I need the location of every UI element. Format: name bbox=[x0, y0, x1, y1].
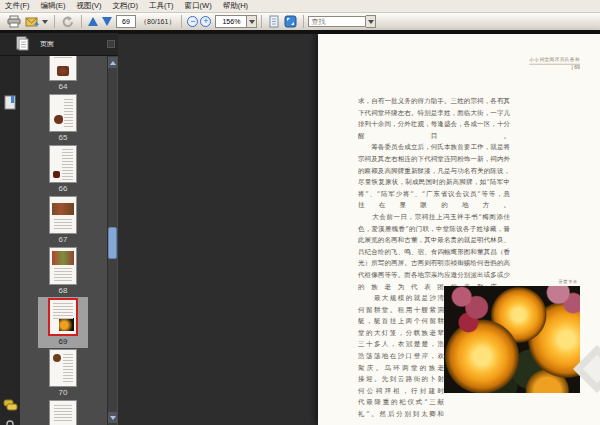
body-text-line: 三十多人，衣冠楚楚，浩 bbox=[358, 339, 444, 351]
zoom-out-icon[interactable]: − bbox=[187, 16, 198, 27]
menu-item[interactable]: 窗口(W) bbox=[185, 1, 212, 11]
menu-item[interactable]: 帮助(H) bbox=[223, 1, 248, 11]
page-thumbnail[interactable]: 69 bbox=[38, 297, 88, 348]
body-text-line: 尽量恢复原状，制成民国时的新高脚牌，如“陆军中 bbox=[358, 177, 510, 189]
body-text-line: 浩荡荡地在沙口登岸，欢 bbox=[358, 351, 444, 363]
zoom-level-value[interactable]: 156% bbox=[215, 15, 247, 28]
find-input[interactable] bbox=[308, 16, 366, 27]
body-text-line: 筹备委员会成立后，何氏本族首要工作，就是将 bbox=[358, 142, 510, 154]
body-text-line: 艇，艇首挂上两个何留耕 bbox=[358, 316, 444, 328]
thumbnail-page-number: 67 bbox=[59, 234, 68, 246]
menu-item[interactable]: 文档(D) bbox=[113, 1, 138, 11]
thumbnail-photo-blob bbox=[52, 251, 74, 265]
body-text-line: 挂在显眼的地方。 bbox=[358, 200, 510, 212]
body-text-line: 最大规模的就是沙湾 bbox=[358, 293, 444, 305]
thumbnail-preview[interactable] bbox=[48, 298, 78, 336]
page-thumbnail[interactable]: 66 bbox=[38, 144, 88, 195]
thumbnail-page-number: 70 bbox=[59, 387, 68, 399]
find-dropdown-icon[interactable] bbox=[366, 15, 376, 28]
pages-thumbnail-panel: 64 65 66 bbox=[20, 55, 118, 425]
thumbnail-scrollbar[interactable] bbox=[107, 55, 117, 425]
page-thumbnail[interactable]: 65 bbox=[38, 93, 88, 144]
body-text-line: 下代祠堂环绕左右。特别是李姓，面临大街，一字儿 bbox=[358, 108, 510, 120]
thumbnail-text-lines bbox=[54, 219, 72, 231]
body-text-line: 吕纪合绘的飞、鸣、宿、食四幅鹰形图和董其昌（香 bbox=[358, 247, 510, 259]
panel-title: 页面 bbox=[40, 39, 54, 49]
page-number-input[interactable] bbox=[116, 15, 136, 28]
page-thumbnail[interactable]: 70 bbox=[38, 348, 88, 399]
thumbnail-photo-blob bbox=[53, 171, 60, 178]
page-thumbnail[interactable]: 64 bbox=[38, 55, 88, 93]
body-text-line: 堂的大灯笼，分载族老辈 bbox=[358, 328, 444, 340]
body-text-line: 何留耕堂。租用十艘紫洞 bbox=[358, 305, 444, 317]
body-text-line: 醒目。 bbox=[358, 131, 510, 143]
body-text-line: 此展览的名画和古董，其中最名贵的就是明代林良、 bbox=[358, 235, 510, 247]
comments-icon[interactable] bbox=[3, 399, 18, 417]
thumbnail-preview[interactable] bbox=[49, 145, 77, 183]
thumbnail-photo-blob bbox=[54, 115, 63, 124]
thumbnail-preview[interactable] bbox=[49, 400, 77, 425]
navigation-tab-strip bbox=[0, 55, 20, 425]
previous-view-icon[interactable] bbox=[59, 14, 77, 29]
menu-item[interactable]: 文件(F) bbox=[5, 1, 30, 11]
page-thumbnail[interactable]: 71 bbox=[38, 399, 88, 425]
body-text-line: 求，自有一批义务的得力助手。三姓的宗祠，各有其 bbox=[358, 96, 510, 108]
scroll-up-icon[interactable] bbox=[108, 57, 117, 68]
print-icon[interactable] bbox=[5, 14, 23, 29]
document-page: 小小祠堂阅尽百氏春秋 | 69 求，自有一批义务的得力助手。三姓的宗祠，各有其下… bbox=[318, 34, 600, 425]
thumbnail-preview[interactable] bbox=[49, 94, 77, 132]
thumbnail-page-number: 65 bbox=[59, 132, 68, 144]
page-thumbnail[interactable]: 67 bbox=[38, 195, 88, 246]
thumbnail-list: 64 65 66 bbox=[20, 55, 106, 425]
running-head: 小小祠堂阅尽百氏春秋 bbox=[529, 56, 580, 65]
menu-item[interactable]: 工具(T) bbox=[149, 1, 174, 11]
thumbnail-text-lines bbox=[53, 303, 73, 320]
scroll-down-icon[interactable] bbox=[108, 412, 117, 423]
thumbnail-photo-blob bbox=[52, 203, 74, 215]
body-text-column: 求，自有一批义务的得力助手。三姓的宗祠，各有其下代祠堂环绕左右。特别是李姓，面临… bbox=[358, 96, 510, 293]
thumbnail-page-number: 69 bbox=[59, 336, 68, 348]
menu-item[interactable]: 视图(V) bbox=[77, 1, 102, 11]
thumbnail-page-number: 66 bbox=[59, 183, 68, 195]
email-icon[interactable] bbox=[23, 14, 50, 29]
panel-options-button[interactable] bbox=[107, 40, 115, 48]
thumbnail-preview[interactable] bbox=[49, 247, 77, 285]
pages-icon[interactable] bbox=[16, 36, 29, 55]
body-text-line: 聚庆。乌环两堂的族老 bbox=[358, 363, 444, 375]
thumbnail-text-lines bbox=[63, 354, 73, 384]
document-workspace: 小小祠堂阅尽百氏春秋 | 69 求，自有一批义务的得力助手。三姓的宗祠，各有其下… bbox=[0, 34, 600, 425]
body-text-line: 的匾额及高脚牌重新髹漆，凡是与功名有关的陈设， bbox=[358, 166, 510, 178]
body-text-line: 光）所写的画屏。古画则有明崇祯御赐给何吾驺的高 bbox=[358, 258, 510, 270]
thumbnail-photo-blob bbox=[53, 354, 61, 362]
fullscreen-icon[interactable] bbox=[282, 14, 299, 29]
thumbnail-preview[interactable] bbox=[49, 349, 77, 387]
email-dropdown-caret[interactable] bbox=[42, 20, 48, 24]
thumbnail-preview[interactable] bbox=[49, 55, 77, 81]
body-text-line: 代最隆重的祀仪式“三献 bbox=[358, 397, 444, 409]
menu-item[interactable]: 编辑(E) bbox=[41, 1, 66, 11]
thumbnail-text-lines bbox=[54, 268, 72, 282]
photo-caption: 蓓蕾争春 bbox=[558, 279, 578, 285]
page-count-label: （80/161） bbox=[140, 17, 175, 27]
page-down-icon[interactable] bbox=[100, 14, 114, 29]
thumbnail-text-lines bbox=[62, 149, 73, 180]
scroll-mode-icon[interactable] bbox=[266, 14, 282, 29]
thumbnail-page-number: 68 bbox=[59, 285, 68, 297]
panel-header: 页面 bbox=[0, 33, 118, 56]
body-text-line: 将”、“陆军少将”、“广东省议会议员”等等，悬 bbox=[358, 189, 510, 201]
menu-bar: 文件(F) 编辑(E) 视图(V) 文档(D) 工具(T) 窗口(W) 帮助(H… bbox=[0, 0, 600, 13]
zoom-dropdown-caret[interactable] bbox=[247, 15, 257, 28]
body-text-line: 礼”。然后分别到太卿和 bbox=[358, 409, 444, 421]
page-up-icon[interactable] bbox=[86, 14, 100, 29]
scrollbar-thumb[interactable] bbox=[108, 227, 117, 259]
toolbar: （80/161） − + 156% bbox=[0, 13, 600, 30]
thumbnail-preview[interactable] bbox=[49, 196, 77, 234]
body-text-line: 大会前一日，宗祠挂上冯玉祥手书“梅阁添佳 bbox=[358, 212, 510, 224]
thumbnail-text-lines bbox=[54, 405, 72, 422]
attachments-icon[interactable] bbox=[3, 419, 16, 425]
bookmarks-icon[interactable] bbox=[3, 95, 17, 115]
page-thumbnail[interactable]: 68 bbox=[38, 246, 88, 297]
thumbnail-photo-blob bbox=[57, 66, 69, 76]
zoom-in-icon[interactable]: + bbox=[200, 16, 211, 27]
body-text-column-narrow: 最大规模的就是沙湾何留耕堂。租用十艘紫洞艇，艇首挂上两个何留耕堂的大灯笼，分载族… bbox=[358, 293, 444, 421]
